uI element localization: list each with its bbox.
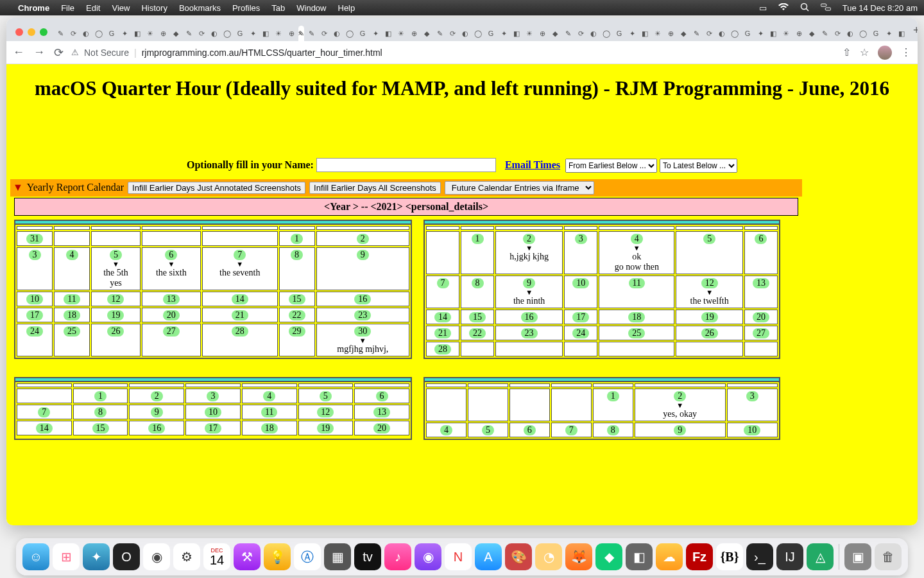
calendar-cell[interactable]: 27 xyxy=(142,324,201,356)
menubar-app[interactable]: Chrome xyxy=(18,3,49,13)
calendar-cell[interactable]: 20 xyxy=(354,421,409,435)
calendar-cell[interactable]: 4 xyxy=(54,247,90,290)
tab-inactive[interactable]: ◐ xyxy=(459,26,471,41)
tab-inactive[interactable]: ⟳ xyxy=(67,26,79,41)
bookmark-star-icon[interactable]: ☆ xyxy=(860,46,869,58)
dock-downloads-icon[interactable]: ▣ xyxy=(844,543,871,570)
calendar-cell[interactable]: 6 xyxy=(509,423,550,437)
tab-inactive[interactable]: ✎ xyxy=(183,26,194,41)
calendar-cell[interactable]: 10 xyxy=(185,405,241,419)
tab-inactive[interactable]: ◧ xyxy=(511,26,522,41)
calendar-cell[interactable]: 21 xyxy=(426,326,459,340)
calendar-cell[interactable]: 3 xyxy=(564,231,597,274)
tab-inactive[interactable]: ◐ xyxy=(209,26,220,41)
calendar-cell[interactable]: 9▼the ninth xyxy=(495,276,563,308)
tab-inactive[interactable]: ✎ xyxy=(819,26,830,41)
menu-profiles[interactable]: Profiles xyxy=(232,3,260,13)
calendar-cell[interactable]: 14 xyxy=(17,421,72,435)
calendar-cell[interactable]: 13 xyxy=(142,292,201,306)
calendar-cell[interactable]: 10 xyxy=(564,276,597,308)
tab-active[interactable]: ✎ xyxy=(298,26,304,41)
tab-inactive[interactable]: ☀ xyxy=(652,26,663,41)
tab-inactive[interactable]: ⊕ xyxy=(536,26,548,41)
calendar-cell[interactable]: 22 xyxy=(279,308,315,322)
calendar-cell[interactable]: 8 xyxy=(279,247,315,290)
calendar-cell[interactable]: 15 xyxy=(461,310,494,324)
dock-preview-icon[interactable]: ▦ xyxy=(324,543,351,570)
calendar-cell[interactable] xyxy=(551,389,592,421)
tab-inactive[interactable]: ☀ xyxy=(524,26,535,41)
dock-safari-icon[interactable]: ✦ xyxy=(83,543,110,570)
calendar-cell[interactable]: 7 xyxy=(17,405,72,419)
calendar-cell[interactable] xyxy=(509,389,550,421)
tab-inactive[interactable]: G xyxy=(742,26,753,41)
calendar-cell[interactable]: 20 xyxy=(142,308,201,322)
calendar-cell[interactable] xyxy=(468,389,508,421)
calendar-cell[interactable] xyxy=(744,342,778,356)
calendar-cell[interactable]: 24 xyxy=(17,324,53,356)
tab-inactive[interactable]: ◧ xyxy=(639,26,651,41)
calendar-cell[interactable]: 2▼yes, okay xyxy=(635,389,726,421)
from-select[interactable]: From Earliest Below ... xyxy=(565,159,657,173)
calendar-cell[interactable] xyxy=(461,342,494,356)
reload-button[interactable]: ⟳ xyxy=(54,46,64,60)
tab-inactive[interactable]: ☀ xyxy=(144,26,156,41)
calendar-cell[interactable]: 28 xyxy=(426,342,459,356)
tab-inactive[interactable]: ✎ xyxy=(690,26,702,41)
calendar-cell[interactable]: 5 xyxy=(676,231,742,274)
calendar-cell[interactable]: 5▼the 5thyes xyxy=(91,247,141,290)
calendar-cell[interactable]: 30▼mgfjhg mjhvj, xyxy=(316,324,409,356)
calendar-cell[interactable]: 11 xyxy=(242,405,297,419)
tab-inactive[interactable]: ☀ xyxy=(395,26,407,41)
dock-appletv-icon[interactable]: tv xyxy=(354,543,381,570)
tab-inactive[interactable]: ⊕ xyxy=(408,26,420,41)
calendar-cell[interactable]: 16 xyxy=(129,421,184,435)
calendar-cell[interactable]: 4 xyxy=(242,389,297,403)
tab-inactive[interactable]: ✦ xyxy=(626,26,638,41)
calendar-cell[interactable]: 6 xyxy=(354,389,409,403)
calendar-cell[interactable]: 15 xyxy=(279,292,315,306)
dock-news-icon[interactable]: N xyxy=(445,543,472,570)
menu-file[interactable]: File xyxy=(61,3,74,13)
tab-inactive[interactable]: G xyxy=(613,26,625,41)
tab-inactive[interactable]: ☀ xyxy=(780,26,792,41)
tab-inactive[interactable]: ✦ xyxy=(755,26,766,41)
dock-intellij-icon[interactable]: IJ xyxy=(776,543,803,570)
dock-app-3-icon[interactable]: ◆ xyxy=(595,543,622,570)
tab-inactive[interactable]: ◆ xyxy=(421,26,432,41)
menu-history[interactable]: History xyxy=(141,3,167,13)
tab-inactive[interactable]: ✦ xyxy=(119,26,130,41)
tab-inactive[interactable]: ◧ xyxy=(767,26,779,41)
dock-chrome-icon[interactable]: ◉ xyxy=(143,543,170,570)
menu-bookmarks[interactable]: Bookmarks xyxy=(179,3,221,13)
tab-inactive[interactable]: ◐ xyxy=(588,26,599,41)
tab-inactive[interactable]: ✎ xyxy=(562,26,574,41)
dock-appstore2-icon[interactable]: A xyxy=(475,543,502,570)
calendar-cell[interactable]: 21 xyxy=(202,308,278,322)
zoom-window-button[interactable] xyxy=(40,28,47,36)
dock-paint-icon[interactable]: 🎨 xyxy=(505,543,532,570)
calendar-cell[interactable]: 6 xyxy=(744,231,778,274)
calendar-cell[interactable]: 18 xyxy=(599,310,674,324)
tab-inactive[interactable]: ⊕ xyxy=(286,26,297,41)
dock-appstore-icon[interactable]: Ⓐ xyxy=(294,543,321,570)
collapse-triangle-icon[interactable]: ▼ xyxy=(13,182,23,193)
to-select[interactable]: To Latest Below ... xyxy=(660,159,737,173)
calendar-cell[interactable]: 2 xyxy=(129,389,184,403)
calendar-cell[interactable]: 1 xyxy=(593,389,633,421)
calendar-cell[interactable]: 27 xyxy=(744,326,778,340)
calendar-cell[interactable]: 8 xyxy=(593,423,633,437)
tab-inactive[interactable]: ⟳ xyxy=(447,26,458,41)
calendar-cell[interactable] xyxy=(495,342,563,356)
calendar-cell[interactable]: 10 xyxy=(17,292,53,306)
calendar-cell[interactable]: 23 xyxy=(316,308,409,322)
address-bar[interactable]: ⚠ Not Secure | rjmprogramming.com.au/HTM… xyxy=(71,48,835,58)
tab-inactive[interactable]: ✦ xyxy=(883,26,894,41)
tab-inactive[interactable]: G xyxy=(485,26,497,41)
calendar-cell[interactable] xyxy=(599,342,674,356)
dock-brackets-icon[interactable]: {B} xyxy=(716,543,743,570)
dock-android-icon[interactable]: ◬ xyxy=(807,543,834,570)
calendar-cell[interactable]: 9 xyxy=(316,247,409,290)
calendar-cell[interactable]: 7 xyxy=(551,423,592,437)
kebab-menu-icon[interactable]: ⋮ xyxy=(901,46,911,58)
